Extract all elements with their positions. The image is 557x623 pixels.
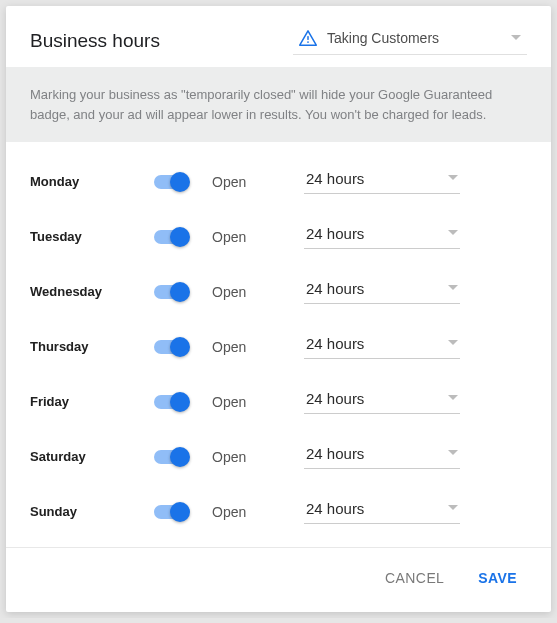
open-state-label: Open (212, 449, 304, 465)
business-hours-dialog: Business hours Taking Customers Marking … (6, 6, 551, 612)
day-row: Tuesday Open 24 hours (30, 209, 533, 264)
hours-dropdown[interactable]: 24 hours (304, 500, 460, 524)
day-label: Sunday (30, 504, 154, 519)
open-toggle[interactable] (154, 502, 190, 522)
hours-rows: Monday Open 24 hours Tuesday Open 24 hou… (6, 142, 551, 547)
hours-value: 24 hours (306, 335, 364, 352)
open-toggle[interactable] (154, 282, 190, 302)
open-state-label: Open (212, 284, 304, 300)
hours-value: 24 hours (306, 280, 364, 297)
open-state-label: Open (212, 394, 304, 410)
dialog-actions: Cancel Save (6, 547, 551, 612)
save-button[interactable]: Save (466, 562, 529, 594)
hours-dropdown[interactable]: 24 hours (304, 390, 460, 414)
dialog-title: Business hours (30, 30, 160, 52)
chevron-down-icon (448, 175, 458, 181)
hours-value: 24 hours (306, 500, 364, 517)
svg-rect-0 (307, 36, 309, 40)
open-toggle[interactable] (154, 227, 190, 247)
chevron-down-icon (511, 35, 521, 41)
day-label: Monday (30, 174, 154, 189)
day-row: Friday Open 24 hours (30, 374, 533, 429)
hours-value: 24 hours (306, 225, 364, 242)
hours-dropdown[interactable]: 24 hours (304, 335, 460, 359)
hours-value: 24 hours (306, 445, 364, 462)
day-row: Wednesday Open 24 hours (30, 264, 533, 319)
day-row: Sunday Open 24 hours (30, 484, 533, 539)
day-row: Monday Open 24 hours (30, 154, 533, 209)
hours-dropdown[interactable]: 24 hours (304, 280, 460, 304)
chevron-down-icon (448, 340, 458, 346)
open-toggle[interactable] (154, 172, 190, 192)
chevron-down-icon (448, 285, 458, 291)
warning-icon (299, 30, 317, 46)
status-dropdown[interactable]: Taking Customers (293, 26, 527, 55)
open-toggle[interactable] (154, 392, 190, 412)
day-label: Wednesday (30, 284, 154, 299)
day-row: Thursday Open 24 hours (30, 319, 533, 374)
day-label: Thursday (30, 339, 154, 354)
hours-dropdown[interactable]: 24 hours (304, 225, 460, 249)
open-state-label: Open (212, 504, 304, 520)
chevron-down-icon (448, 230, 458, 236)
hours-dropdown[interactable]: 24 hours (304, 170, 460, 194)
open-toggle[interactable] (154, 337, 190, 357)
day-label: Friday (30, 394, 154, 409)
chevron-down-icon (448, 505, 458, 511)
hours-value: 24 hours (306, 170, 364, 187)
day-label: Tuesday (30, 229, 154, 244)
info-banner: Marking your business as "temporarily cl… (6, 67, 551, 142)
status-label: Taking Customers (327, 30, 501, 46)
chevron-down-icon (448, 395, 458, 401)
day-label: Saturday (30, 449, 154, 464)
cancel-button[interactable]: Cancel (373, 562, 456, 594)
day-row: Saturday Open 24 hours (30, 429, 533, 484)
chevron-down-icon (448, 450, 458, 456)
hours-dropdown[interactable]: 24 hours (304, 445, 460, 469)
open-state-label: Open (212, 339, 304, 355)
hours-value: 24 hours (306, 390, 364, 407)
svg-rect-1 (307, 41, 309, 43)
open-state-label: Open (212, 174, 304, 190)
open-toggle[interactable] (154, 447, 190, 467)
open-state-label: Open (212, 229, 304, 245)
dialog-header: Business hours Taking Customers (6, 6, 551, 67)
